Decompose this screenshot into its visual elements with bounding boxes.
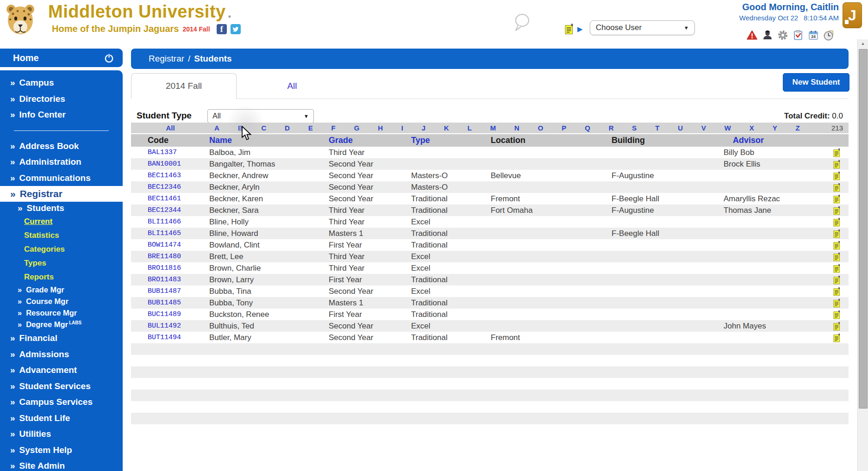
student-row-bec11461[interactable]: BEC11461Beckner, KarenSecond YearTraditi…	[131, 193, 849, 205]
alpha-filter-i[interactable]: I	[401, 123, 403, 133]
cell-code[interactable]: BRO11816	[131, 262, 208, 274]
student-note-button[interactable]	[825, 309, 849, 320]
cell-code[interactable]: BUL11492	[131, 320, 208, 332]
student-row-buc11489[interactable]: BUC11489Buckston, ReneeFirst YearTraditi…	[131, 309, 849, 320]
note-icon[interactable]	[833, 217, 841, 227]
alpha-filter-p[interactable]: P	[562, 123, 566, 133]
alpha-filter-z[interactable]: Z	[796, 123, 800, 133]
note-icon[interactable]	[833, 310, 841, 319]
sidebar-item-course-mgr[interactable]: »Course Mgr	[0, 296, 123, 307]
sidebar-item-communications[interactable]: »Communications	[0, 170, 123, 186]
cell-code[interactable]: BEC11461	[131, 193, 208, 205]
column-header-grade[interactable]: Grade	[329, 134, 407, 147]
student-note-button[interactable]	[825, 332, 849, 343]
sidebar-item-site-admin[interactable]: »Site Admin	[0, 458, 123, 471]
alpha-filter-d[interactable]: D	[285, 123, 290, 133]
sidebar-item-types[interactable]: Types	[0, 256, 123, 270]
student-note-button[interactable]	[825, 262, 849, 274]
sidebar-item-student-services[interactable]: »Student Services	[0, 378, 123, 395]
student-row-bub11485[interactable]: BUB11485Bubba, TonyMasters 1Traditional	[131, 297, 849, 309]
student-note-button[interactable]	[825, 147, 849, 158]
student-row-bub11487[interactable]: BUB11487Bubba, TinaSecond YearExcel	[131, 285, 849, 297]
note-icon[interactable]	[833, 160, 841, 169]
alpha-filter-j[interactable]: J	[422, 123, 425, 133]
note-icon[interactable]	[833, 241, 841, 250]
alpha-filter-y[interactable]: Y	[773, 123, 777, 133]
cell-code[interactable]: BLI11466	[131, 216, 208, 228]
sidebar-item-registrar[interactable]: »Registrar	[0, 186, 123, 202]
sidebar-item-utilities[interactable]: »Utilities	[0, 426, 123, 442]
student-row-ban10001[interactable]: BAN10001Bangalter, ThomasSecond YearBroc…	[131, 158, 849, 170]
student-note-button[interactable]	[825, 216, 849, 228]
student-row-bro11483[interactable]: BRO11483Brown, LarryFirst YearTraditiona…	[131, 274, 849, 285]
sidebar-item-categories[interactable]: Categories	[0, 242, 123, 256]
breadcrumb-section[interactable]: Registrar	[149, 54, 184, 64]
student-note-button[interactable]	[825, 181, 849, 193]
sidebar-item-grade-mgr[interactable]: »Grade Mgr	[0, 284, 123, 296]
sidebar-item-directories[interactable]: »Directories	[0, 91, 123, 107]
alpha-filter-t[interactable]: T	[655, 123, 659, 133]
column-header-location[interactable]: Location	[486, 134, 604, 147]
power-icon[interactable]	[104, 53, 114, 63]
alpha-filter-n[interactable]: N	[514, 123, 519, 133]
alpha-filter-k[interactable]: K	[444, 123, 449, 133]
student-row-bli11465[interactable]: BLI11465Bline, HowardMasters 1Traditiona…	[131, 228, 849, 239]
student-note-button[interactable]	[825, 285, 849, 297]
sidebar-item-campus-services[interactable]: »Campus Services	[0, 394, 123, 410]
student-row-but11494[interactable]: BUT11494Butler, MarySecond YearTradition…	[131, 332, 849, 343]
cell-code[interactable]: BUT11494	[131, 332, 208, 343]
student-note-button[interactable]	[825, 228, 849, 239]
sidebar-item-statistics[interactable]: Statistics	[0, 229, 123, 242]
cell-code[interactable]: BUB11487	[131, 285, 208, 297]
sidebar-item-campus[interactable]: »Campus	[0, 75, 123, 91]
note-icon[interactable]	[833, 229, 841, 238]
sidebar-item-administration[interactable]: »Administration	[0, 154, 123, 170]
alpha-filter-b[interactable]: B	[238, 123, 243, 133]
note-icon[interactable]	[833, 206, 841, 215]
alpha-filter-e[interactable]: E	[308, 123, 313, 133]
sidebar-home-button[interactable]: Home	[0, 49, 123, 67]
vertical-scrollbar[interactable]: ▲	[857, 39, 868, 471]
alpha-filter-h[interactable]: H	[378, 123, 383, 133]
column-header-advisor[interactable]: Advisor	[724, 134, 825, 147]
alpha-filter-c[interactable]: C	[261, 123, 266, 133]
alpha-filter-g[interactable]: G	[354, 123, 360, 133]
sidebar-item-degree-mgr[interactable]: »Degree MgrLABS	[0, 319, 123, 330]
student-row-bro11816[interactable]: BRO11816Brown, CharlieThird YearExcel	[131, 262, 849, 274]
note-icon[interactable]	[833, 264, 841, 273]
student-row-bal1337[interactable]: BAL1337Balboa, JimThird YearBilly Bob	[131, 147, 849, 158]
sidebar-item-reports[interactable]: Reports	[0, 270, 123, 284]
alpha-filter-r[interactable]: R	[609, 123, 614, 133]
sidebar-item-advancement[interactable]: »Advancement	[0, 362, 123, 378]
note-icon[interactable]	[833, 148, 841, 157]
cell-code[interactable]: BEC11463	[131, 170, 208, 181]
student-note-button[interactable]	[825, 320, 849, 332]
alpha-filter-q[interactable]: Q	[585, 123, 590, 133]
alpha-filter-all[interactable]: All	[159, 123, 182, 133]
column-header-code[interactable]: Code	[131, 134, 208, 147]
new-student-button[interactable]: New Student	[783, 73, 849, 92]
student-note-button[interactable]	[825, 193, 849, 205]
student-note-button[interactable]	[825, 239, 849, 251]
cell-code[interactable]: BOW11474	[131, 239, 208, 251]
column-header-name[interactable]: Name	[208, 134, 329, 147]
sidebar-item-resource-mgr[interactable]: »Resource Mgr	[0, 307, 123, 319]
alpha-filter-u[interactable]: U	[678, 123, 683, 133]
tab-2014-fall[interactable]: 2014 Fall	[131, 73, 237, 99]
column-header-building[interactable]: Building	[604, 134, 724, 147]
alpha-filter-a[interactable]: A	[214, 123, 219, 133]
student-type-select[interactable]: All ▼	[207, 109, 314, 123]
alpha-filter-f[interactable]: F	[331, 123, 336, 133]
student-row-bec11463[interactable]: BEC11463Beckner, AndrewSecond YearMaster…	[131, 170, 849, 181]
note-icon[interactable]	[833, 183, 841, 192]
scrollbar-up-arrow[interactable]: ▲	[858, 39, 868, 48]
student-note-button[interactable]	[825, 170, 849, 181]
cell-code[interactable]: BAN10001	[131, 158, 208, 170]
alpha-filter-w[interactable]: W	[724, 123, 731, 133]
student-row-bow11474[interactable]: BOW11474Bowland, ClintFirst YearTraditio…	[131, 239, 849, 251]
note-icon[interactable]	[833, 287, 841, 296]
cell-code[interactable]: BEC12346	[131, 181, 208, 193]
alpha-filter-o[interactable]: O	[538, 123, 543, 133]
cell-code[interactable]: BRO11483	[131, 274, 208, 285]
alpha-filter-l[interactable]: L	[468, 123, 472, 133]
